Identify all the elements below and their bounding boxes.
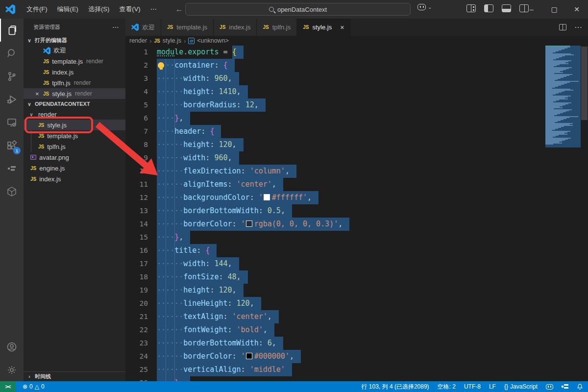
line-number: 13: [125, 204, 148, 218]
selection-highlight: ······borderColor: 'rgba(0, 0, 0, 0.3)',: [157, 218, 349, 231]
code-editor[interactable]: 1module.exports = {2····container: {3···…: [125, 46, 588, 381]
editor-item-description: render: [74, 79, 91, 86]
run-debug-icon[interactable]: [0, 88, 24, 111]
remote-indicator[interactable]: ><: [0, 381, 16, 392]
minimap[interactable]: [545, 46, 581, 147]
eol-status[interactable]: LF: [489, 383, 496, 390]
editor-more-actions-icon[interactable]: ⋯: [574, 23, 582, 32]
split-editor-icon[interactable]: [559, 24, 566, 30]
selection-highlight: {: [232, 46, 244, 59]
customize-layout-icon[interactable]: [466, 4, 476, 12]
source-control-icon[interactable]: [0, 65, 24, 88]
line-number: 3: [125, 72, 148, 85]
explorer-icon[interactable]: [0, 19, 24, 42]
menu-item-4[interactable]: ⋯: [146, 5, 162, 13]
chevron-right-icon: ›: [25, 374, 33, 379]
tab-index.js[interactable]: JSindex.js: [214, 19, 257, 36]
back-button[interactable]: ←: [175, 5, 183, 14]
menu-item-2[interactable]: 选择(S): [83, 5, 114, 13]
tab-欢迎[interactable]: 欢迎: [125, 19, 161, 36]
menu-item-1[interactable]: 编辑(E): [52, 5, 83, 13]
selection-highlight: ······fontSize: 48,: [157, 270, 248, 284]
copilot-menu[interactable]: ⌄: [417, 4, 432, 10]
line-number: 16: [125, 244, 148, 257]
open-editor-index.js[interactable]: JSindex.js: [24, 67, 125, 77]
lightbulb-icon[interactable]: [158, 62, 164, 69]
menu-item-3[interactable]: 查看(V): [114, 5, 145, 13]
minimize-button[interactable]: –: [520, 0, 543, 19]
indentation-status[interactable]: 空格: 2: [438, 383, 456, 391]
code-line-6: 6····},: [125, 112, 588, 125]
open-editors-header[interactable]: ∨ 打开的编辑器: [24, 35, 125, 45]
code-line-5: 5······borderRadius: 12,: [125, 98, 588, 112]
breadcrumb-file[interactable]: style.js: [163, 37, 181, 44]
tab-tplfn.js[interactable]: JStplfn.js: [257, 19, 297, 36]
language-status[interactable]: {} JavaScript: [504, 383, 538, 390]
tab-template.js[interactable]: JStemplate.js: [161, 19, 214, 36]
code-line-16: 16····title: {: [125, 244, 588, 257]
line-number: 25: [125, 363, 148, 376]
line-number: 9: [125, 151, 148, 165]
settings-gear-icon[interactable]: [0, 358, 24, 381]
selection-highlight: ······width: 144,: [157, 257, 239, 270]
code-line-7: 7····header: {: [125, 125, 588, 138]
package-cube-icon[interactable]: [0, 180, 24, 203]
copilot-status-icon[interactable]: [546, 384, 553, 390]
tab-close-icon[interactable]: ×: [340, 24, 344, 31]
tree-item-style.js[interactable]: JSstyle.js: [24, 120, 125, 130]
tree-item-render[interactable]: ∨render: [24, 109, 125, 120]
maximize-button[interactable]: ▢: [543, 0, 565, 19]
vertical-scrollbar[interactable]: [581, 47, 588, 120]
menu-item-0[interactable]: 文件(F): [22, 5, 52, 13]
cursor-position[interactable]: 行 103, 列 4 (已选择2089): [362, 383, 429, 391]
search-panel-icon[interactable]: [0, 42, 24, 65]
tree-item-index.js[interactable]: JSindex.js: [24, 173, 125, 184]
open-editor-template.js[interactable]: JStemplate.jsrender: [24, 56, 125, 67]
extension-status-icon[interactable]: [562, 384, 568, 390]
more-actions-icon[interactable]: ⋯: [112, 23, 120, 31]
timeline-section[interactable]: › 时间线: [24, 371, 125, 381]
toggle-sidebar-icon[interactable]: [484, 4, 493, 12]
selection-highlight: ······borderBottomWidth: 0.5,: [157, 204, 292, 218]
tab-style.js[interactable]: JSstyle.js×: [297, 19, 350, 36]
vscode-window: 文件(F)编辑(E)选择(S)查看(V)⋯ ← → openDataContex…: [0, 0, 588, 392]
line-content: ······flexDirection: 'column',: [157, 165, 296, 178]
code-line-22: 22······fontWeight: 'bold',: [125, 323, 588, 337]
problems-status[interactable]: ⊗ 0 △ 0: [23, 383, 45, 390]
open-editor-style.js[interactable]: ×JSstyle.jsrender: [24, 88, 125, 99]
code-line-25: 25······verticalAlign: 'middle': [125, 363, 588, 376]
close-icon[interactable]: ×: [35, 90, 39, 98]
open-editor-欢迎[interactable]: 欢迎: [24, 45, 125, 56]
tab-label: style.js: [312, 24, 332, 31]
close-button[interactable]: ✕: [565, 0, 588, 19]
tree-item-avatar.png[interactable]: avatar.png: [24, 152, 125, 163]
error-icon: ⊗: [23, 383, 27, 390]
code-line-2: 2····container: {: [125, 59, 588, 72]
tree-item-label: render: [38, 111, 57, 118]
code-line-21: 21······textAlign: 'center',: [125, 310, 588, 323]
breadcrumb[interactable]: render › JS style.js › @ <unknown>: [125, 36, 588, 46]
extension-flag-icon[interactable]: [0, 157, 24, 180]
breadcrumb-folder[interactable]: render: [129, 37, 147, 44]
code-line-15: 15····},: [125, 231, 588, 244]
js-file-icon: JS: [43, 91, 49, 97]
remote-explorer-icon[interactable]: [0, 111, 24, 134]
menu-bar: 文件(F)编辑(E)选择(S)查看(V)⋯: [22, 0, 162, 19]
tree-item-tplfn.js[interactable]: JStplfn.js: [24, 141, 125, 152]
account-icon[interactable]: [0, 335, 24, 358]
open-editor-tplfn.js[interactable]: JStplfn.jsrender: [24, 77, 125, 88]
line-number: 8: [125, 138, 148, 151]
encoding-status[interactable]: UTF-8: [464, 383, 481, 390]
workspace-header[interactable]: ∨ OPENDATACONTEXT: [24, 99, 125, 109]
tree-item-template.js[interactable]: JStemplate.js: [24, 130, 125, 141]
toggle-panel-icon[interactable]: [502, 4, 511, 12]
bell-icon[interactable]: [577, 383, 583, 390]
search-input[interactable]: openDataContext: [185, 3, 411, 16]
js-file-icon: JS: [263, 24, 269, 30]
line-content: ······textAlign: 'center',: [157, 310, 279, 323]
breadcrumb-symbol[interactable]: <unknown>: [197, 37, 229, 44]
tree-item-engine.js[interactable]: JSengine.js: [24, 163, 125, 173]
extensions-icon[interactable]: 1: [0, 134, 24, 157]
line-number: 4: [125, 85, 148, 98]
module-hint-underline: [157, 47, 174, 56]
